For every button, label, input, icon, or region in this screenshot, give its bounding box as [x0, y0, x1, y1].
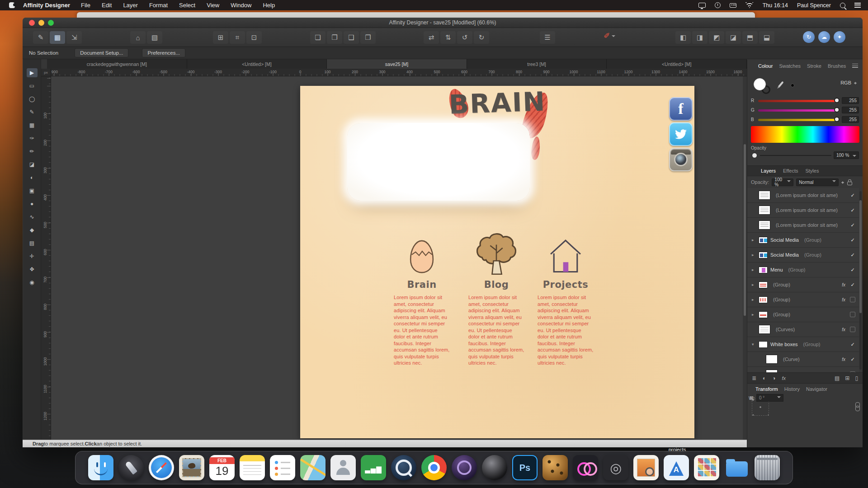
ruler-unit[interactable]: px — [41, 69, 51, 76]
move-to-front-button[interactable]: ❏ — [310, 31, 326, 44]
section-heading[interactable]: Projects — [534, 279, 597, 290]
menu-item[interactable]: Window — [231, 2, 251, 9]
dock-notes-icon[interactable] — [240, 455, 265, 480]
dock-numbers-icon[interactable]: ▃▅▇ — [361, 455, 386, 480]
visibility-checkbox[interactable] — [850, 207, 855, 213]
visibility-checkbox[interactable] — [850, 252, 855, 258]
field-input[interactable]: 0 ° — [756, 394, 783, 402]
section-body-text[interactable]: Lorem ipsum dolor sit amet, consectetur … — [468, 294, 524, 366]
instagram-icon[interactable] — [669, 148, 693, 171]
dock-chrome-icon[interactable] — [421, 455, 447, 480]
new-layer-icon[interactable]: ⊞ — [845, 375, 849, 381]
tab-styles[interactable]: Styles — [805, 168, 819, 174]
dock-stamps-icon[interactable] — [694, 455, 719, 480]
menu-item[interactable]: Help — [263, 2, 275, 9]
sync-button[interactable]: ↻ — [803, 31, 815, 43]
document-tab[interactable]: save25 [M] — [327, 59, 467, 69]
link-dimensions-icon[interactable] — [855, 402, 859, 410]
layer-thumbnail[interactable] — [766, 355, 778, 364]
layer-row[interactable]: Social Media (Group) fx — [747, 248, 859, 263]
blend-mode-select[interactable]: Normal — [796, 178, 839, 186]
fx-icon[interactable]: fx — [842, 327, 845, 332]
blur-brush-tool[interactable]: ● — [27, 199, 38, 208]
export-persona-button[interactable]: ⇲ — [66, 31, 82, 44]
dodge-brush-tool[interactable]: ◐ — [27, 173, 38, 182]
layer-thumbnail[interactable] — [759, 267, 768, 273]
alignment-button[interactable]: ☰ — [540, 31, 555, 44]
scrollbar-thumb[interactable] — [744, 144, 746, 316]
channel-slider-knob[interactable] — [834, 107, 840, 113]
channel-value[interactable]: 255 — [842, 107, 859, 113]
document-tab[interactable]: tree3 [M] — [467, 59, 607, 69]
visibility-checkbox[interactable] — [850, 357, 855, 362]
display-menu-icon[interactable] — [698, 3, 706, 8]
layer-row[interactable]: Social Media (Group) fx — [747, 233, 859, 248]
cloud-button[interactable]: ☁ — [818, 31, 830, 43]
visibility-checkbox[interactable] — [850, 267, 855, 272]
channel-slider-knob[interactable] — [834, 117, 840, 122]
layer-thumbnail[interactable] — [759, 341, 768, 348]
time-machine-icon[interactable] — [715, 2, 721, 8]
flood-select-tool[interactable]: ▦ — [27, 121, 38, 130]
page-section[interactable]: Brain Lorem ipsum dolor sit amet, consec… — [390, 231, 453, 366]
document-tab[interactable]: <Untitled> [M] — [187, 59, 327, 69]
assets-button[interactable]: ▧ — [147, 31, 162, 44]
gradient-tool[interactable]: ▤ — [27, 239, 38, 248]
zoom-tool[interactable]: ◉ — [27, 278, 38, 287]
wifi-icon[interactable] — [745, 2, 754, 8]
layer-row[interactable]: (Group) fx — [747, 292, 859, 307]
marquee-rect-tool[interactable]: ▭ — [27, 81, 38, 90]
adjustment-layer-icon[interactable]: ◑ — [772, 375, 775, 381]
insert-on-top-button[interactable]: ◨ — [692, 31, 708, 44]
layer-row[interactable]: White boxes (Group) fx — [747, 337, 859, 352]
section-body-text[interactable]: Lorem ipsum dolor sit amet, consectetur … — [538, 294, 594, 366]
menu-item[interactable]: File — [81, 2, 90, 9]
secondary-colour-dot[interactable] — [791, 84, 794, 87]
view-pan-tool[interactable]: ✥ — [27, 265, 38, 274]
white-banner[interactable] — [347, 123, 530, 201]
layer-row[interactable]: (Group) fx — [747, 277, 859, 292]
disclosure-icon[interactable] — [752, 297, 756, 302]
dock-launchpad-icon[interactable] — [118, 455, 144, 480]
dock-quicktime-icon[interactable] — [391, 455, 416, 480]
twitter-icon[interactable] — [669, 122, 693, 146]
layers-scrollbar[interactable] — [859, 191, 862, 370]
pixel-snap-button[interactable]: ⊡ — [246, 31, 262, 44]
flip-vertical-button[interactable]: ⇅ — [440, 31, 456, 44]
dock-photoshop-icon[interactable]: Ps — [512, 455, 538, 480]
channel-value[interactable]: 255 — [842, 97, 859, 104]
channel-slider[interactable] — [758, 119, 838, 121]
pixel-pencil-tool[interactable]: ✏ — [27, 147, 38, 156]
layers-opacity-select[interactable]: 100 % — [772, 178, 793, 186]
new-page-icon[interactable]: ▤ — [835, 375, 840, 381]
mask-button[interactable]: ⬒ — [742, 31, 758, 44]
disclosure-icon[interactable] — [752, 312, 756, 317]
opacity-slider[interactable] — [760, 155, 831, 156]
dock-mail-icon[interactable] — [179, 455, 204, 480]
flame-decoration-tail[interactable] — [530, 136, 541, 160]
tab-swatches[interactable]: Swatches — [779, 63, 801, 69]
paint-brush-tool[interactable]: ✑ — [27, 134, 38, 143]
layer-row[interactable]: (Lorem ipsum dolor sit ame) fx — [747, 188, 859, 203]
layer-row[interactable]: (Curve) fx — [747, 352, 859, 367]
eyedropper-icon[interactable] — [778, 81, 783, 88]
dock-spiral-app-icon[interactable]: ◎ — [603, 455, 628, 480]
menu-item[interactable]: Select — [179, 2, 195, 9]
menu-bar-clock[interactable]: Thu 16:14 — [763, 2, 788, 9]
layer-row[interactable]: (Lorem ipsum dolor sit ame) fx — [747, 203, 859, 218]
replace-button[interactable]: ◪ — [726, 31, 741, 44]
document-tab[interactable]: crackedeggwithgwennan [M] — [47, 59, 187, 69]
dock-sphere-app-icon[interactable] — [482, 455, 507, 480]
app-menu-title[interactable]: Affinity Designer — [23, 2, 70, 9]
keyboard-menu-icon[interactable] — [730, 3, 736, 8]
layer-row[interactable]: (Group) fx — [747, 307, 859, 322]
dock-calendar-icon[interactable]: FEB 19 — [209, 455, 235, 480]
tab-effects[interactable]: Effects — [783, 168, 798, 174]
document-setup-button[interactable]: Document Setup... — [75, 48, 128, 57]
panel-menu-icon[interactable] — [852, 64, 858, 68]
section-body-text[interactable]: Lorem ipsum dolor sit amet, consectetur … — [394, 294, 450, 366]
preferences-button[interactable]: Preferences... — [142, 48, 185, 57]
fx-icon[interactable]: fx — [842, 282, 845, 287]
opacity-slider-knob[interactable] — [752, 153, 757, 158]
clone-brush-tool[interactable]: ▣ — [27, 186, 38, 195]
